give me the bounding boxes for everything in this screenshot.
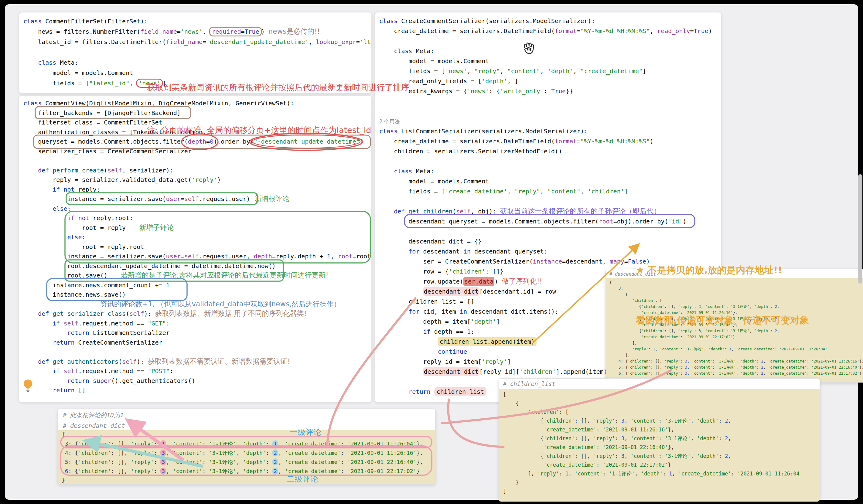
root-comment-id-comment: # 此条根评论的ID为1 [58,409,435,419]
panel-descendant-dict-flat-header: # descendant_dict [58,419,435,430]
grab-hand-icon [524,43,534,54]
lightbulb-icon [24,379,32,388]
curve-return-to-children-list-panel [448,400,503,447]
scrollbar-thumb[interactable] [858,174,862,284]
panel-descendant-dict-flat-body: { 3: {'children': [], 'reply': 1, 'conte… [58,430,435,484]
handwritten-note-orange-memory-address: ★ 不是拷贝的放,放的是内存地址!! 看函数那,传递可变对象、传递不可变对象 [636,228,809,362]
panel-children-list-header: # children_list [499,379,820,389]
intention-bulb-button[interactable] [22,378,34,393]
handwritten-note-red-pagination: 获取到某条新闻资讯的所有根评论并按照后代的最新更新时间进行了排序 注: 分页的标… [147,52,409,166]
label-second-level-comments: 二级评论 [287,474,318,484]
panel-descendant-dict-flat[interactable]: # 此条根评论的ID为1 # descendant_dict { 3: {'ch… [58,409,436,484]
panel-children-list-body: [ { 'children': [ {'children': [], 'repl… [499,389,820,502]
hand-cursor [519,39,538,58]
screenshot-root: class CommentFilterSet(FilterSet): news … [0,0,863,504]
label-first-level-comments: 一级评论 [290,427,321,438]
notes-canvas: class CommentFilterSet(FilterSet): news … [5,4,858,500]
panel-children-list[interactable]: # children_list [ { 'children': [ {'chil… [499,378,820,502]
